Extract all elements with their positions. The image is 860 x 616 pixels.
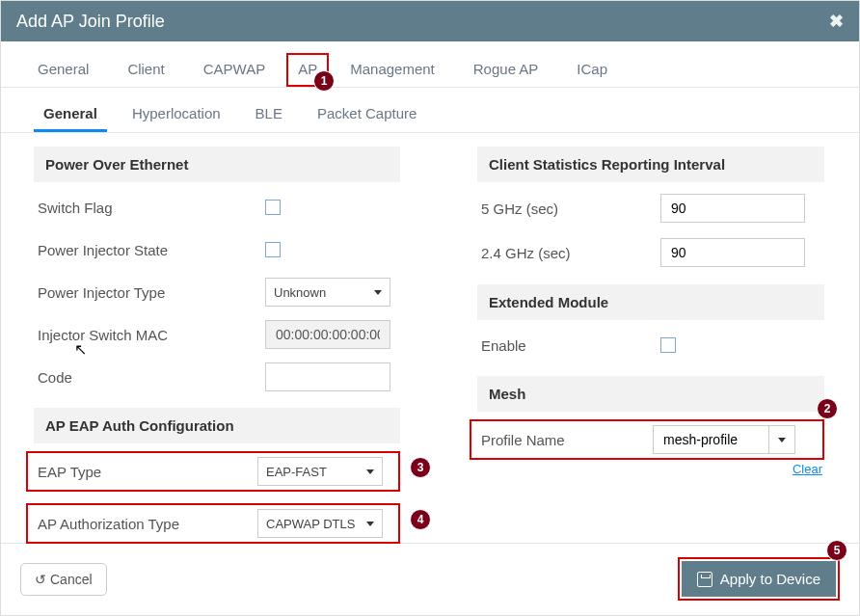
tab-rogue-ap[interactable]: Rogue AP <box>456 53 556 87</box>
auth-type-select[interactable]: CAPWAP DTLS <box>257 509 383 538</box>
injector-state-checkbox[interactable] <box>265 242 281 257</box>
injector-state-label: Power Injector State <box>34 242 265 258</box>
subtab-hyperlocation[interactable]: Hyperlocation <box>122 97 230 132</box>
auth-type-row: AP Authorization Type CAPWAP DTLS <box>26 503 400 544</box>
cursor-icon: ↖ <box>74 340 87 359</box>
auth-type-label: AP Authorization Type <box>34 516 257 532</box>
ghz5-field[interactable] <box>660 194 805 223</box>
enable-checkbox[interactable] <box>660 337 676 353</box>
injector-type-value: Unknown <box>274 285 326 300</box>
eap-type-value: EAP-FAST <box>266 465 327 479</box>
injector-type-select[interactable]: Unknown <box>265 278 390 307</box>
section-stats-header: Client Statistics Reporting Interval <box>477 147 824 182</box>
switch-flag-label: Switch Flag <box>34 200 265 216</box>
code-field[interactable] <box>265 362 390 391</box>
save-icon <box>697 572 712 587</box>
eap-type-row: EAP Type EAP-FAST <box>26 451 400 492</box>
ghz5-label: 5 GHz (sec) <box>477 201 660 217</box>
section-poe-header: Power Over Ethernet <box>34 147 400 182</box>
sub-tabs: General Hyperlocation BLE Packet Capture <box>1 88 859 133</box>
callout-badge-3: 3 <box>410 457 431 478</box>
profile-name-label: Profile Name <box>477 432 653 448</box>
apply-button[interactable]: Apply to Device <box>682 561 836 597</box>
ghz24-label: 2.4 GHz (sec) <box>477 245 660 261</box>
apply-label: Apply to Device <box>720 571 820 587</box>
section-eap-header: AP EAP Auth Configuration <box>34 408 400 443</box>
injector-mac-label: Injector Switch MAC <box>34 327 265 343</box>
close-icon[interactable]: ✖ <box>829 11 844 32</box>
injector-mac-field <box>265 320 390 349</box>
section-mesh-header: Mesh <box>477 376 824 412</box>
callout-badge-2: 2 <box>817 398 838 419</box>
main-tabs: General Client CAPWAP AP 1 Management Ro… <box>1 41 859 88</box>
undo-icon <box>35 572 46 587</box>
chevron-down-icon <box>374 290 382 295</box>
subtab-ble[interactable]: BLE <box>246 97 292 132</box>
profile-name-row: Profile Name <box>470 419 824 460</box>
subtab-general[interactable]: General <box>34 97 107 132</box>
callout-badge-5: 5 <box>826 540 847 561</box>
cancel-label: Cancel <box>50 572 93 587</box>
section-ext-header: Extended Module <box>477 284 824 320</box>
profile-name-dropdown[interactable] <box>768 425 795 454</box>
clear-link[interactable]: Clear <box>477 462 824 476</box>
tab-client[interactable]: Client <box>110 53 181 87</box>
code-label: Code <box>34 369 265 386</box>
callout-badge-4: 4 <box>410 509 431 530</box>
tab-management[interactable]: Management <box>333 53 452 87</box>
injector-type-label: Power Injector Type <box>34 284 265 301</box>
tab-general[interactable]: General <box>20 53 106 87</box>
eap-type-label: EAP Type <box>34 464 257 480</box>
switch-flag-checkbox[interactable] <box>265 200 281 215</box>
eap-type-select[interactable]: EAP-FAST <box>257 457 383 486</box>
tab-capwap[interactable]: CAPWAP <box>186 53 282 87</box>
enable-label: Enable <box>477 337 660 354</box>
apply-highlight: Apply to Device <box>678 557 840 601</box>
chevron-down-icon <box>366 522 374 526</box>
modal-title: Add AP Join Profile <box>16 12 165 32</box>
tab-icap[interactable]: ICap <box>559 53 625 87</box>
ghz24-field[interactable] <box>660 238 805 267</box>
auth-type-value: CAPWAP DTLS <box>266 517 355 531</box>
chevron-down-icon <box>778 438 786 442</box>
chevron-down-icon <box>366 469 374 474</box>
cancel-button[interactable]: Cancel <box>20 563 107 596</box>
subtab-packet-capture[interactable]: Packet Capture <box>308 97 426 132</box>
profile-name-field[interactable] <box>653 425 768 454</box>
